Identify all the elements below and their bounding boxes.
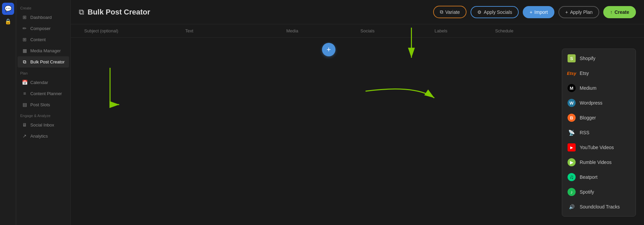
shopify-label: Shopify [580,56,595,61]
rumble-icon: ▶ [568,158,576,166]
dropdown-item-spotify[interactable]: ♪ Spotify [562,185,636,199]
create-upload-icon: ↑ [610,9,612,15]
import-label: Import [535,9,548,15]
table-header: Subject (optional) Text Media Socials La… [71,24,644,38]
sidebar-item-label: Media Manager [30,48,61,53]
import-button[interactable]: + Import [523,6,554,18]
dropdown-item-soundcloud[interactable]: 🔊 Soundcloud Tracks [562,199,636,214]
apply-plan-button[interactable]: + Apply Plan [558,6,599,18]
wordpress-icon: W [568,99,576,107]
sidebar-item-label: Composer [30,26,51,31]
content-planner-icon: ≡ [22,91,28,96]
create-label: Create [614,9,629,15]
sidebar: Create ⊞ Dashboard ✏ Composer ⊞ Content … [16,0,71,225]
sidebar-item-label: Content [30,37,46,42]
col-media: Media [281,24,355,37]
icon-bar: 💬 🔒 [0,0,16,225]
sidebar-item-label: Analytics [30,134,48,139]
create-button[interactable]: ↑ Create [603,6,636,18]
sidebar-item-label: Post Slots [30,102,50,107]
sidebar-item-content[interactable]: ⊞ Content [18,34,69,45]
arrow-overlay [71,24,644,225]
engage-section-label: Engage & Analyze [16,110,70,119]
medium-label: Medium [580,85,597,91]
sidebar-item-bulk-post-creator[interactable]: ⧉ Bulk Post Creator [18,56,69,67]
import-plus-icon: + [529,9,532,15]
page-title: Bulk Post Creator [88,8,150,17]
app-icon[interactable]: 💬 [2,3,14,15]
dropdown-item-rumble[interactable]: ▶ Rumble Videos [562,155,636,170]
bulk-post-creator-icon: ⧉ [79,8,84,17]
etsy-icon: Etsy [568,69,576,77]
header: ⧉ Bulk Post Creator ⧉ Variate ⚙ Apply So… [71,0,644,24]
beatport-icon: ♫ [568,173,576,181]
sidebar-item-post-slots[interactable]: ▤ Post Slots [18,99,69,110]
youtube-icon: ▶ [568,143,576,151]
sidebar-item-media-manager[interactable]: ▦ Media Manager [18,45,69,56]
rumble-label: Rumble Videos [580,160,612,165]
etsy-label: Etsy [580,71,589,76]
col-socials: Socials [355,24,429,37]
dropdown-item-medium[interactable]: M Medium [562,81,636,95]
bulk-post-icon: ⧉ [22,59,28,65]
sidebar-item-calendar[interactable]: 📅 Calendar [18,77,69,88]
spotify-icon: ♪ [568,188,576,196]
lock-icon: 🔒 [5,18,11,25]
post-slots-icon: ▤ [22,102,28,107]
apply-plan-label: Apply Plan [570,9,592,15]
dropdown-item-blogger[interactable]: B Blogger [562,110,636,125]
media-manager-icon: ▦ [22,48,28,53]
apply-socials-label: Apply Socials [484,9,512,15]
sidebar-item-content-planner[interactable]: ≡ Content Planner [18,88,69,99]
dropdown-item-wordpress[interactable]: W Wordpress [562,95,636,110]
import-dropdown: S Shopify Etsy Etsy M Medium W Wordpress… [562,49,636,217]
sidebar-item-label: Social Inbox [30,122,54,128]
spotify-label: Spotify [580,189,594,195]
col-labels: Labels [429,24,490,37]
add-row-button[interactable]: + [322,43,335,56]
sidebar-item-composer[interactable]: ✏ Composer [18,23,69,34]
sidebar-item-dashboard[interactable]: ⊞ Dashboard [18,12,69,23]
content-icon: ⊞ [22,37,28,42]
rss-label: RSS [580,130,589,135]
apply-socials-button[interactable]: ⚙ Apply Socials [471,6,519,18]
social-inbox-icon: 🖥 [22,122,28,128]
composer-icon: ✏ [22,26,28,31]
apply-plan-plus-icon: + [565,9,568,15]
copy-icon: ⧉ [440,9,443,15]
soundcloud-icon: 🔊 [568,203,576,211]
soundcloud-label: Soundcloud Tracks [580,204,620,209]
table-area: Subject (optional) Text Media Socials La… [71,24,644,225]
calendar-icon: 📅 [22,80,28,85]
create-section-label: Create [16,3,70,11]
rss-icon: 📡 [568,129,576,137]
sidebar-item-analytics[interactable]: ↗ Analytics [18,131,69,141]
shopify-icon: S [568,54,576,62]
beatport-label: Beatport [580,174,598,180]
dropdown-item-etsy[interactable]: Etsy Etsy [562,66,636,81]
col-subject: Subject (optional) [79,24,180,37]
header-title: ⧉ Bulk Post Creator [79,8,429,17]
medium-icon: M [568,84,576,92]
plan-section-label: Plan [16,68,70,77]
dashboard-icon: ⊞ [22,15,28,20]
analytics-icon: ↗ [22,133,28,139]
wordpress-label: Wordpress [580,100,602,106]
youtube-label: YouTube Videos [580,145,614,150]
sidebar-item-label: Content Planner [30,91,62,96]
blogger-label: Blogger [580,115,596,120]
sidebar-item-label: Bulk Post Creator [30,59,65,64]
variate-label: Variate [445,9,460,15]
sidebar-item-social-inbox[interactable]: 🖥 Social Inbox [18,119,69,130]
main-content: ⧉ Bulk Post Creator ⧉ Variate ⚙ Apply So… [71,0,644,225]
sidebar-item-label: Calendar [30,80,48,85]
col-schedule: Schedule [490,24,550,37]
dropdown-item-beatport[interactable]: ♫ Beatport [562,170,636,185]
col-text: Text [180,24,281,37]
sidebar-item-label: Dashboard [30,15,52,20]
blogger-icon: B [568,114,576,122]
dropdown-item-youtube[interactable]: ▶ YouTube Videos [562,140,636,155]
variate-button[interactable]: ⧉ Variate [433,6,466,18]
dropdown-item-shopify[interactable]: S Shopify [562,51,636,66]
dropdown-item-rss[interactable]: 📡 RSS [562,125,636,140]
